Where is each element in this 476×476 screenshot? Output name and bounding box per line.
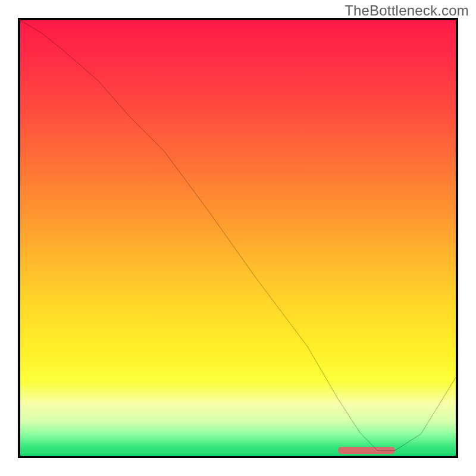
chart-area — [18, 18, 458, 458]
watermark-text: TheBottleneck.com — [345, 2, 469, 19]
bottleneck-curve — [20, 20, 456, 456]
curve-path — [20, 20, 456, 450]
